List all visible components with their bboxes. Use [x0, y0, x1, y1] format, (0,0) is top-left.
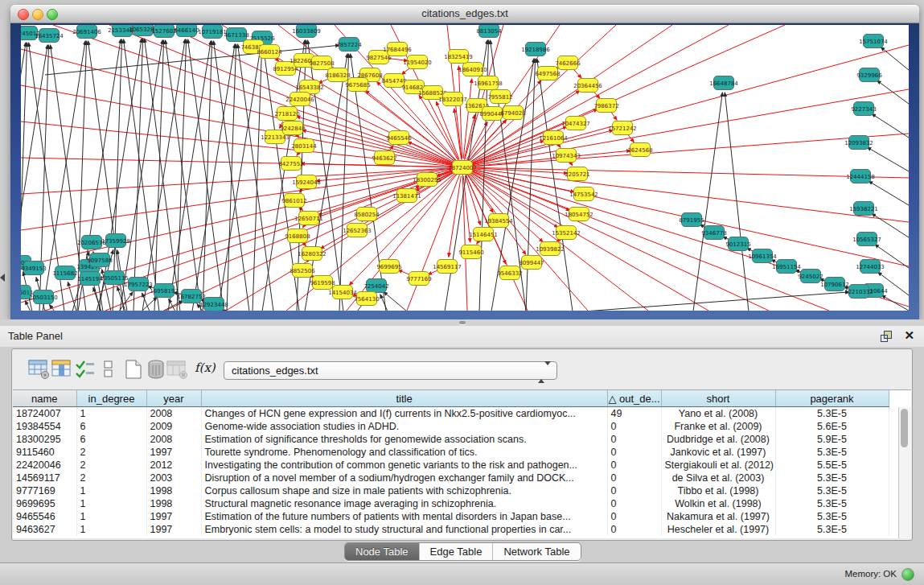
table-row[interactable]: 1872400712008Changes of HCN gene express… [13, 407, 889, 421]
delete-table-icon[interactable] [166, 359, 189, 380]
table-row[interactable]: 977716911998Corpus callosum shape and si… [13, 484, 889, 497]
table-row[interactable]: 2242004622012Investigating the contribut… [13, 459, 889, 472]
graph-node-label: 10565327 [852, 237, 881, 243]
table-cell: 2008 [146, 407, 201, 421]
column-header-title[interactable]: title [201, 390, 607, 407]
tab-node-table[interactable]: Node Table [345, 543, 420, 560]
graph-edge[interactable] [558, 145, 560, 147]
graph-node-label: 9463627 [372, 155, 396, 162]
table-cell: 19384554 [13, 420, 76, 433]
select-columns-icon[interactable] [75, 359, 97, 380]
graph-edge[interactable] [297, 153, 298, 155]
graph-node-label: 7955812 [487, 94, 512, 101]
graph-edge[interactable] [573, 69, 581, 78]
table-row[interactable]: 1456911722003Disruption of a novel membe… [13, 472, 889, 484]
graph-edge[interactable] [166, 40, 201, 311]
table-cell: 5.3E-5 [775, 472, 889, 484]
application-screen: citations_edges.txt 92450121643572420691… [0, 0, 924, 585]
table-row[interactable]: 911546021997Tourette syndrome. Phenomeno… [13, 446, 889, 459]
network-canvas[interactable]: 9245012164357242069140621533467106532871… [21, 25, 909, 311]
memory-status-icon[interactable] [901, 568, 914, 581]
graph-edge[interactable] [188, 39, 224, 311]
graph-node-label: 7462666 [555, 60, 581, 67]
graph-node-label: 14569117 [433, 264, 462, 270]
graph-edge[interactable] [302, 225, 304, 228]
graph-edge[interactable] [21, 49, 462, 167]
graph-edge[interactable] [384, 292, 407, 311]
delete-attribute-icon[interactable] [146, 359, 168, 380]
table-row[interactable]: 946554611997Estimation of the future num… [13, 510, 889, 523]
graph-edge[interactable] [611, 113, 617, 120]
graph-node-label: 16280322 [298, 251, 326, 257]
graph-edge[interactable] [872, 213, 909, 237]
graph-node-label: 2718120 [274, 111, 299, 117]
graph-edge[interactable] [872, 113, 909, 138]
table-scrollbar[interactable] [898, 407, 911, 538]
column-header-in_degree[interactable]: in_degree [76, 390, 146, 407]
column-header-year[interactable]: year [146, 390, 201, 407]
table-cell: 2 [76, 459, 146, 472]
graph-edge[interactable] [462, 45, 909, 167]
tab-edge-table[interactable]: Edge Table [420, 543, 494, 560]
close-panel-icon[interactable]: ✕ [904, 328, 914, 343]
table-cell: 0 [607, 459, 661, 472]
graph-node-label: 16951154 [772, 264, 801, 270]
table-cell: Changes of HCN gene expression and I(f) … [201, 407, 607, 421]
graph-edge[interactable] [470, 141, 544, 165]
graph-edge[interactable] [593, 92, 599, 98]
graph-node-label: 11381471 [392, 193, 421, 200]
float-panel-icon[interactable] [881, 331, 892, 341]
graph-edge[interactable] [877, 80, 909, 104]
graph-edge[interactable] [454, 109, 462, 159]
table-column-icon[interactable] [51, 359, 74, 380]
graph-node-label: 16033809 [292, 28, 321, 35]
graph-node-label: 9861012 [281, 198, 306, 204]
graph-node-label: 8791955 [679, 217, 704, 224]
new-table-icon[interactable] [123, 359, 146, 380]
graph-node-label: 19218986 [521, 47, 550, 53]
graph-edge[interactable] [477, 241, 478, 244]
column-header-short[interactable]: short [661, 390, 775, 407]
graph-node-label: 18724007 [448, 165, 477, 171]
graph-edge[interactable] [881, 295, 909, 311]
column-header-pagerank[interactable]: pagerank [775, 390, 889, 407]
graph-node-label: 9699695 [376, 264, 401, 270]
table-type-tabs: Node TableEdge TableNetwork Table [344, 542, 581, 561]
column-header-name[interactable]: name [13, 390, 76, 407]
graph-edge[interactable] [462, 167, 909, 178]
table-cell: 0 [607, 446, 661, 459]
graph-edge[interactable] [867, 147, 909, 171]
graph-edge[interactable] [571, 163, 573, 165]
table-row[interactable]: 1938455462009Genome-wide association stu… [13, 420, 889, 433]
tab-network-table[interactable]: Network Table [493, 543, 580, 560]
network-graph[interactable]: 9245012164357242069140621533467106532871… [21, 25, 909, 311]
table-source-dropdown[interactable]: citations_edges.txt [224, 361, 557, 380]
table-scrollbar-thumb[interactable] [901, 409, 908, 447]
graph-edge[interactable] [869, 181, 909, 205]
graph-edge[interactable] [307, 262, 308, 262]
panel-divider[interactable] [0, 319, 924, 326]
table-cell: Corpus callosum shape and size in male p… [201, 484, 607, 497]
table-row[interactable]: 969969511998Structural magnetic resonanc… [13, 497, 889, 510]
row-height-icon[interactable] [102, 359, 125, 380]
divider-grip-icon[interactable] [459, 321, 466, 324]
table-panel-body: f(x) citations_edges.txt namein_degreeye… [11, 348, 913, 541]
table-row[interactable]: 946362711997Embryonic stem cells: a mode… [13, 523, 889, 536]
table-cell: 9465546 [13, 510, 76, 523]
graph-node-label: 12210332 [844, 289, 873, 295]
graph-edge[interactable] [298, 135, 299, 138]
graph-edge[interactable] [881, 47, 909, 70]
table-row[interactable]: 1830029562008Estimation of significance … [13, 433, 889, 446]
graph-edge[interactable] [462, 89, 909, 167]
window-titlebar[interactable]: citations_edges.txt [10, 5, 919, 23]
graph-edge[interactable] [693, 93, 722, 311]
function-builder-icon[interactable]: f(x) [195, 360, 216, 375]
collapse-panel-icon[interactable] [0, 274, 5, 282]
table-settings-icon[interactable] [28, 359, 51, 380]
graph-node-label: 9168808 [285, 233, 310, 240]
graph-node-label: 16648784 [709, 80, 738, 87]
graph-edge[interactable] [584, 292, 849, 311]
graph-node-label: 12444158 [846, 174, 875, 180]
graph-edge[interactable] [725, 93, 749, 311]
column-header-out_de[interactable]: △ out_de... [607, 390, 661, 407]
